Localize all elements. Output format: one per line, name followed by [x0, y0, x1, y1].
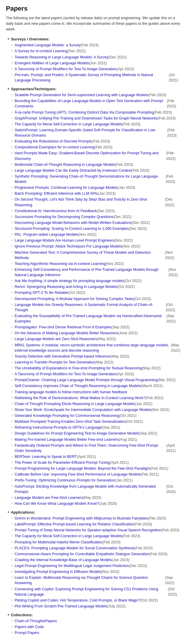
paper-link[interactable]: Augmented Language Models: a Survey	[14, 42, 80, 48]
paper-link[interactable]: Promptagator: Few-shot Dense Retrieval F…	[14, 325, 111, 330]
paper-link[interactable]: Language Models are Few-Shot Learners	[14, 495, 83, 500]
paper-link[interactable]: Calibrate Before Use: Improving Few-Shot…	[14, 472, 141, 477]
paper-link[interactable]: LabelPrompt: Effective Prompt-based Lear…	[14, 522, 134, 527]
paper-link[interactable]: Learn to Explain: Multimodal Reasoning v…	[14, 575, 165, 586]
paper-link[interactable]: AutoPrompt: Eliciting Knowledge from Lan…	[14, 484, 166, 494]
paper-link[interactable]: Evaluating the Susceptibility of Pre-Tra…	[14, 313, 166, 324]
paper-link[interactable]: Rethinking the Role of Demonstrations: W…	[14, 395, 145, 401]
paper-link[interactable]: Constitutional AI: Harmlessness from AI …	[14, 208, 97, 214]
paper-link[interactable]: A Survey for In-context Learning	[14, 48, 67, 54]
paper-link[interactable]: The Unreliability of Explanations in Few…	[14, 366, 142, 371]
paper-link[interactable]: Multimodal Chain-of-Thought Reasoning in…	[14, 162, 115, 167]
paper-link[interactable]: Reframing Instructional Prompts to GPTk'…	[14, 425, 102, 430]
paper-link[interactable]: Prompt Tuning of Deep Neural Networks fo…	[14, 527, 161, 533]
page-intro: The following are the latest papers (sor…	[6, 15, 183, 32]
paper-link[interactable]: The Capacity for Moral Self-Correction i…	[14, 122, 122, 127]
paper-link[interactable]: Ask Me Anything: A simple strategy for p…	[14, 278, 124, 284]
paper-link[interactable]: Towards Reasoning in Large Language Mode…	[14, 55, 108, 60]
paper-link[interactable]: Enhancing Self-Consistency and Performan…	[14, 267, 168, 278]
paper-link[interactable]: Show Your Work: Scratchpads for Intermed…	[14, 407, 151, 412]
paper-link[interactable]: Chain-of-ThoughtsPapers	[14, 618, 57, 624]
list-item: Chain of Thought Prompting Elicits Reaso…	[11, 401, 183, 407]
list-item: Ask Me Anything: A simple strategy for p…	[11, 278, 183, 284]
paper-link[interactable]: Progressive Prompts: Continual Learning …	[14, 185, 118, 190]
paper-link[interactable]: À-la-carte Prompt Tuning (APT): Combinin…	[14, 110, 154, 115]
paper-link[interactable]: Piloting Copilot and Codex: Hot Temperat…	[14, 598, 140, 603]
paper-link[interactable]: PLACES: Prompting Language Models for So…	[14, 545, 134, 551]
list-item: Ignore Previous Prompt: Attack Technique…	[11, 244, 183, 249]
paper-date: (Feb 2023)	[94, 145, 113, 150]
paper-link[interactable]: Batch Prompting: Efficient Inference wit…	[14, 191, 98, 196]
paper-link[interactable]: Conversing with Copilot: Exploring Promp…	[14, 586, 168, 597]
paper-link[interactable]: Fantastically Ordered Prompts and Where …	[14, 443, 166, 453]
paper-link[interactable]: ReAct: Synergizing Reasoning and Acting …	[14, 284, 117, 289]
paper-link[interactable]: Decomposed Prompting: A Modular Approach…	[14, 296, 133, 301]
paper-link[interactable]: Plot Writing From Scratch Pre-Trained La…	[14, 604, 107, 609]
paper-link[interactable]: Large Language Models Can Be Easily Dist…	[14, 168, 131, 173]
paper-link[interactable]: Discovering Language Model Behaviors wit…	[14, 220, 131, 225]
list-item: Multitask Prompted Training Enables Zero…	[11, 419, 183, 424]
paper-link[interactable]: BERTese: Learning to Speak to BERT	[14, 454, 77, 459]
paper-link[interactable]: Prefix-Tuning: Optimizing Continuous Pro…	[14, 478, 115, 483]
paper-link[interactable]: Evaluating the Robustness of Discrete Pr…	[14, 139, 92, 144]
paper-link[interactable]: Generated Knowledge Prompting for Common…	[14, 413, 119, 418]
paper-link[interactable]: SwitchPrompt: Learning Domain-Specific G…	[14, 127, 167, 138]
paper-link[interactable]: Large Language Models are Zero-Shot Reas…	[14, 336, 97, 342]
paper-link[interactable]: Training language models to follow instr…	[14, 389, 127, 395]
paper-link[interactable]: Pre-train, Prompt, and Predict: A System…	[14, 72, 169, 83]
list-item: Batch Prompting: Efficient Inference wit…	[11, 191, 183, 196]
paper-link[interactable]: On the Advance of Making Language Models…	[14, 330, 118, 336]
paper-link[interactable]: The Power of Scale for Parameter-Efficie…	[14, 460, 110, 465]
paper-date: (Feb 2023)	[92, 139, 110, 144]
paper-link[interactable]: How Can We Know What Language Models Kno…	[14, 501, 99, 506]
paper-date: (May 2022)	[142, 366, 161, 371]
paper-link[interactable]: A Taxonomy of Prompt Modifiers for Text-…	[14, 66, 117, 72]
paper-link[interactable]: Structured Prompting: Scaling In-Context…	[14, 226, 128, 231]
paper-link[interactable]: Self-Consistency Improves Chain of Thoug…	[14, 383, 141, 389]
paper-link[interactable]: Synthetic Prompting: Generating Chain-of…	[14, 174, 165, 184]
paper-link[interactable]: Machine Generated Text: A Comprehensive …	[14, 250, 165, 260]
paper-link[interactable]: Prompting GPT-3 To Be Reliable	[14, 290, 68, 295]
paper-link[interactable]: Commonsense-Aware Prompting for Controll…	[14, 551, 149, 557]
section-approaches: Approaches/Techniques:Scalable Prompt Ge…	[6, 86, 183, 506]
paper-link[interactable]: Investigating Prompt Engineering in Diff…	[14, 569, 101, 574]
paper-link[interactable]: Prompting for Multimodal Hateful Meme Cl…	[14, 540, 102, 545]
paper-link[interactable]: Compositional Exemplars for In-context L…	[14, 145, 94, 150]
paper-link[interactable]: Prompt Programming for Large Language Mo…	[14, 466, 150, 471]
paper-date: (Feb 2023)	[122, 533, 140, 539]
paper-link[interactable]: On Second Thought, Let's Not Think Step …	[14, 197, 165, 207]
paper-link[interactable]: A Taxonomy of Prompt Modifiers for Text-…	[14, 371, 117, 377]
paper-link[interactable]: GraphPrompt: Unifying Pre-Training and D…	[14, 116, 157, 121]
paper-link[interactable]: PAL: Program-aided Language Models	[14, 232, 78, 237]
list-item: Investigating Prompt Engineering in Diff…	[11, 569, 183, 574]
paper-link[interactable]: Bounding the Capabilities of Large Langu…	[14, 98, 167, 109]
paper-link[interactable]: Papers with Code	[14, 624, 44, 630]
paper-link[interactable]: PromptChainer: Chaining Large Language M…	[14, 377, 157, 383]
paper-link[interactable]: Crawling the Internal Knowledge-Base of …	[14, 557, 112, 563]
paper-link[interactable]: Large Language Models Are Human-Level Pr…	[14, 238, 114, 243]
paper-link[interactable]: Chain of Thought Prompting Elicits Reaso…	[14, 401, 135, 407]
sections-container: Surveys / Overviews:Augmented Language M…	[6, 37, 183, 635]
paper-link[interactable]: Prompt Papers	[14, 630, 39, 635]
paper-link[interactable]: Successive Prompting for Decomposing Com…	[14, 214, 113, 219]
paper-link[interactable]: Language Models Are Greedy Reasoners: A …	[14, 302, 166, 313]
paper-link[interactable]: Making Pre-trained Language Models Bette…	[14, 437, 119, 442]
list-item: Pre-train, Prompt, and Predict: A System…	[11, 72, 183, 83]
paper-date: (Feb 2023)	[148, 516, 166, 521]
list-item: Towards Reasoning in Large Language Mode…	[11, 55, 183, 60]
paper-link[interactable]: MRKL Systems: A modular, neuro-symbolic …	[14, 343, 171, 353]
paper-link[interactable]: Legal Prompt Engineering for Multilingua…	[14, 563, 129, 568]
paper-link[interactable]: Design Guidelines for Prompt Engineering…	[14, 431, 139, 436]
list-item: À-la-carte Prompt Tuning (APT): Combinin…	[11, 110, 183, 115]
paper-link[interactable]: Grimm in Wonderland: Prompt Engineering …	[14, 516, 148, 521]
paper-link[interactable]: Hard Prompts Made Easy: Gradient-Based D…	[14, 150, 166, 161]
paper-link[interactable]: The Capacity for Moral Self-Correction i…	[14, 533, 122, 539]
paper-link[interactable]: Emergent Abilities of Large Language Mod…	[14, 60, 89, 66]
paper-link[interactable]: Scalable Prompt Generation for Semi-supe…	[14, 92, 148, 98]
paper-link[interactable]: Learning to Transfer Prompts for Text Ge…	[14, 360, 94, 365]
paper-link[interactable]: Toxicity Detection with Generative Promp…	[14, 354, 110, 359]
paper-link[interactable]: Multitask Prompted Training Enables Zero…	[14, 419, 126, 424]
paper-date: (Oct 2022)	[166, 302, 183, 313]
paper-link[interactable]: Teaching Algorithmic Reasoning via In-co…	[14, 261, 105, 266]
paper-link[interactable]: Ignore Previous Prompt: Attack Technique…	[14, 244, 122, 249]
